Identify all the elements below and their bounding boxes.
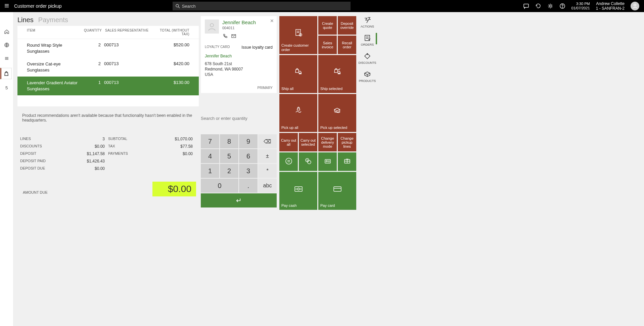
card-icon xyxy=(333,185,342,193)
amount-due-value: $0.00 xyxy=(152,182,196,196)
addr-line3: USA xyxy=(205,72,273,77)
col-item: ITEM xyxy=(27,29,84,36)
key-1[interactable]: 1 xyxy=(201,164,219,178)
side-actions-button[interactable]: ACTIONS xyxy=(361,16,374,28)
key-3[interactable]: 3 xyxy=(239,164,258,178)
col-total: TOTAL (WITHOUT TAX) xyxy=(152,29,189,36)
tile-deposit-override[interactable]: Deposit override xyxy=(338,16,356,35)
refresh-icon[interactable] xyxy=(535,3,541,9)
tile-create-customer-order[interactable]: Create customer order xyxy=(279,16,317,54)
close-icon[interactable]: ✕ xyxy=(270,18,274,24)
svg-point-48 xyxy=(367,54,368,55)
key-plusminus[interactable]: ± xyxy=(258,149,277,163)
row-rep: 000713 xyxy=(104,80,151,92)
globe-icon[interactable] xyxy=(3,41,11,49)
tile-sales-invoice[interactable]: Sales invoice xyxy=(318,36,337,54)
rail-count: 5 xyxy=(5,85,8,90)
key-2[interactable]: 2 xyxy=(220,164,238,178)
subtotal-val: $1,070.00 xyxy=(150,137,193,141)
help-icon[interactable] xyxy=(559,3,565,9)
amount-due-row: AMOUNT DUE $0.00 xyxy=(20,182,196,196)
key-9[interactable]: 9 xyxy=(239,134,258,148)
side-discounts-button[interactable]: DISCOUNTS xyxy=(359,52,376,64)
row-total: $420.00 xyxy=(151,61,189,73)
current-transaction-icon[interactable] xyxy=(0,68,12,79)
table-row[interactable]: Lavender Gradient Aviator Sunglasses 1 0… xyxy=(17,77,199,95)
key-8[interactable]: 8 xyxy=(220,134,238,148)
quantity-search[interactable] xyxy=(201,114,277,123)
mail-icon[interactable] xyxy=(231,33,236,40)
tile-pickup-all[interactable]: Pick up all xyxy=(279,94,317,132)
key-backspace[interactable]: ⌫ xyxy=(258,134,277,148)
tab-lines[interactable]: Lines xyxy=(17,16,34,24)
svg-point-6 xyxy=(549,5,551,7)
home-icon[interactable] xyxy=(3,28,11,36)
chat-icon[interactable] xyxy=(523,3,529,9)
menu-icon[interactable] xyxy=(3,3,11,9)
tile-change-pickup-lines[interactable]: Change pickup lines xyxy=(338,133,356,151)
avatar[interactable] xyxy=(631,2,639,10)
side-label: ORDERS xyxy=(361,43,374,46)
tab-payments[interactable]: Payments xyxy=(38,16,68,24)
svg-rect-43 xyxy=(334,186,341,191)
search-input[interactable]: Search xyxy=(173,2,351,10)
id-card-icon xyxy=(324,157,331,166)
key-4[interactable]: 4 xyxy=(201,149,219,163)
tile-carry-out-all[interactable]: Carry out all xyxy=(279,133,298,151)
tile-label: Pick up all xyxy=(281,126,298,130)
side-label: DISCOUNTS xyxy=(359,61,376,64)
tile-pickup-selected[interactable]: Pick up selected xyxy=(318,94,356,132)
table-row[interactable]: Round Wrap Style Sunglasses 2 000713 $52… xyxy=(17,39,199,58)
tile-gift-card[interactable] xyxy=(338,152,356,171)
main-area: Lines Payments ITEM QUANTITY SALES REPRE… xyxy=(13,12,644,326)
user-store: 1 - SANFRAN-2 xyxy=(596,6,625,11)
primary-badge: PRIMARY xyxy=(205,86,273,90)
customer-name[interactable]: Jennifer Beach xyxy=(222,19,256,25)
key-7[interactable]: 7 xyxy=(201,134,219,148)
col-qty: QUANTITY xyxy=(84,29,105,36)
key-0[interactable]: 0 xyxy=(201,179,238,193)
tax-val: $77.58 xyxy=(150,144,193,149)
side-products-button[interactable]: PRODUCTS xyxy=(359,71,376,83)
tile-id-card[interactable] xyxy=(318,152,337,171)
list-icon[interactable] xyxy=(3,54,11,62)
quantity-input[interactable] xyxy=(201,114,277,123)
key-5[interactable]: 5 xyxy=(220,149,238,163)
key-abc[interactable]: abc xyxy=(258,179,277,193)
key-6[interactable]: 6 xyxy=(239,149,258,163)
tabs: Lines Payments xyxy=(17,16,199,24)
address-name[interactable]: Jennifer Beach xyxy=(205,54,273,58)
row-rep: 000713 xyxy=(104,42,151,54)
tile-create-quote[interactable]: Create quote xyxy=(318,16,337,35)
svg-point-42 xyxy=(301,188,301,189)
tile-pay-card[interactable]: Pay card xyxy=(318,172,356,210)
issue-loyalty-button[interactable]: Issue loyalty card xyxy=(241,45,273,50)
key-dot[interactable]: . xyxy=(239,179,258,193)
tile-ship-selected[interactable]: Ship selected xyxy=(318,55,356,93)
gear-icon[interactable] xyxy=(547,3,553,9)
side-orders-button[interactable]: ORDERS xyxy=(361,34,374,46)
side-label: ACTIONS xyxy=(361,25,374,28)
recommendations-note: Product recommendations aren't available… xyxy=(17,106,199,133)
deposit-paid-val: $1,426.43 xyxy=(62,159,105,164)
tile-currency[interactable]: $ xyxy=(299,152,317,171)
svg-point-9 xyxy=(634,4,636,6)
user-block: Andrew Collette 1 - SANFRAN-2 xyxy=(596,1,625,11)
tile-recall-order[interactable]: Recall order xyxy=(338,36,356,54)
tile-equals[interactable] xyxy=(279,152,298,171)
discounts-val: $0.00 xyxy=(62,144,105,149)
key-enter[interactable]: ↵ xyxy=(201,193,277,207)
svg-point-14 xyxy=(210,24,214,27)
key-star[interactable]: * xyxy=(258,164,277,178)
time-block: 3:30 PM 01/07/2021 xyxy=(571,2,590,10)
tile-ship-all[interactable]: Ship all xyxy=(279,55,317,93)
tile-pay-cash[interactable]: Pay cash xyxy=(279,172,317,210)
payments-val: $0.00 xyxy=(150,151,193,156)
table-row[interactable]: Oversize Cat-eye Sunglasses 2 000713 $42… xyxy=(17,58,199,77)
svg-point-24 xyxy=(338,73,339,74)
tile-carry-out-selected[interactable]: Carry out selected xyxy=(299,133,317,151)
customer-avatar xyxy=(205,19,219,34)
tile-change-delivery-mode[interactable]: Change delivery mode xyxy=(318,133,337,151)
svg-point-41 xyxy=(296,188,296,189)
phone-icon[interactable] xyxy=(222,33,228,40)
